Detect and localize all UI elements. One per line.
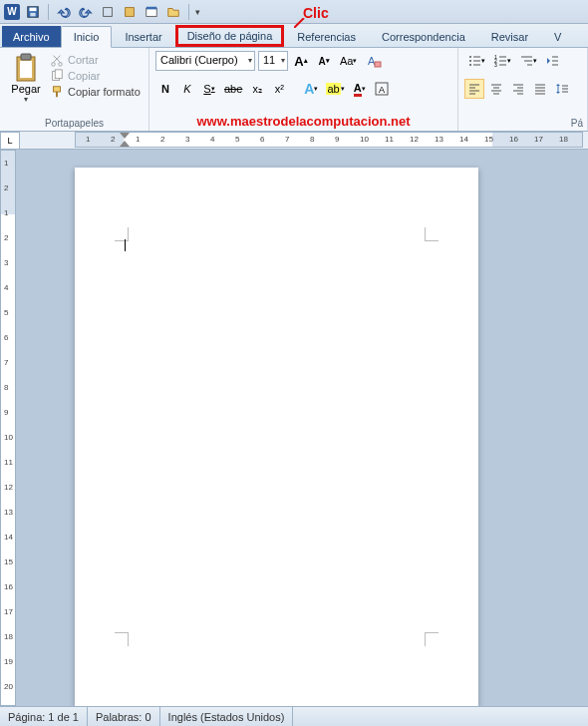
group-clipboard: Pegar ▾ Cortar Copiar Copiar formato Por… — [0, 48, 149, 131]
ruler-tick: 5 — [4, 308, 8, 317]
clear-format-button[interactable]: A — [363, 51, 385, 71]
grow-font-button[interactable]: A▴ — [291, 51, 311, 71]
ruler-tick: 7 — [285, 135, 289, 144]
qat-btn[interactable] — [121, 3, 139, 21]
ruler-tick: 2 — [160, 135, 164, 144]
svg-point-12 — [59, 63, 63, 67]
indent-marker[interactable] — [120, 141, 130, 147]
svg-line-7 — [294, 18, 304, 28]
document-page[interactable] — [75, 168, 478, 706]
line-spacing-button[interactable] — [552, 79, 572, 99]
svg-rect-4 — [126, 7, 135, 16]
tab-insert[interactable]: Insertar — [112, 26, 174, 47]
status-page[interactable]: Página: 1 de 1 — [0, 707, 88, 726]
svg-point-21 — [469, 56, 471, 58]
format-painter-button[interactable]: Copiar formato — [50, 85, 141, 99]
ruler-tick: 17 — [4, 607, 13, 616]
annotation-arrow — [294, 18, 306, 28]
cut-button[interactable]: Cortar — [50, 53, 141, 67]
margin-mark — [115, 632, 129, 646]
svg-point-25 — [469, 64, 471, 66]
ruler-tick: 7 — [4, 358, 8, 367]
open-icon[interactable] — [164, 3, 182, 21]
shrink-font-button[interactable]: A▾ — [314, 51, 334, 71]
ruler-tick: 8 — [310, 135, 314, 144]
tab-page-layout[interactable]: Diseño de página — [175, 25, 285, 47]
status-words[interactable]: Palabras: 0 — [88, 707, 160, 726]
ruler-tick: 15 — [484, 135, 493, 144]
svg-rect-2 — [30, 12, 35, 16]
copy-button[interactable]: Copiar — [50, 69, 141, 83]
highlight-button[interactable]: ab▾ — [323, 79, 347, 99]
undo-icon[interactable] — [55, 3, 73, 21]
superscript-button[interactable]: x² — [269, 79, 289, 99]
tab-file[interactable]: Archivo — [2, 26, 61, 47]
svg-rect-16 — [56, 92, 58, 97]
ruler-tick: 10 — [4, 433, 13, 442]
align-left-button[interactable] — [464, 79, 484, 99]
save-icon[interactable] — [24, 3, 42, 21]
align-right-button[interactable] — [508, 79, 528, 99]
justify-button[interactable] — [530, 79, 550, 99]
bold-button[interactable]: N — [155, 79, 175, 99]
qat-btn[interactable] — [143, 3, 160, 21]
group-paragraph: ▾ 123▾ ▾ Pá — [458, 48, 588, 131]
ruler-tick: 6 — [4, 333, 8, 342]
tab-selector[interactable]: L — [0, 132, 20, 150]
ruler-tick: 3 — [4, 258, 8, 267]
qat-dropdown-icon[interactable]: ▾ — [195, 7, 205, 17]
numbering-button[interactable]: 123▾ — [490, 51, 514, 71]
svg-point-11 — [52, 63, 56, 67]
ruler-tick: 6 — [260, 135, 264, 144]
font-name-select[interactable]: Calibri (Cuerpo)▾ — [155, 51, 255, 71]
ruler-tick: 16 — [509, 135, 518, 144]
underline-button[interactable]: S▾ — [199, 79, 219, 99]
ruler-tick: 3 — [185, 135, 189, 144]
tab-references[interactable]: Referencias — [284, 26, 369, 47]
ruler-tick: 14 — [459, 135, 468, 144]
vertical-ruler[interactable]: 1212345678910111213141516171819202122 — [0, 150, 16, 706]
tab-review[interactable]: Revisar — [478, 26, 541, 47]
ruler-tick: 11 — [4, 458, 13, 467]
ruler-tick: 10 — [360, 135, 369, 144]
ruler-tick: 18 — [4, 632, 13, 641]
tab-mail[interactable]: Correspondencia — [369, 26, 478, 47]
text-effects-button[interactable]: A▾ — [301, 79, 321, 99]
qat-btn[interactable] — [99, 3, 117, 21]
change-case-button[interactable]: Aa▾ — [337, 51, 360, 71]
tab-view[interactable]: V — [541, 26, 574, 47]
ruler-tick: 15 — [4, 557, 13, 566]
align-center-button[interactable] — [486, 79, 506, 99]
ruler-tick: 8 — [4, 383, 8, 392]
italic-button[interactable]: K — [177, 79, 197, 99]
paste-button[interactable]: Pegar ▾ — [6, 51, 46, 117]
ruler-tick: 1 — [136, 135, 140, 144]
strike-button[interactable]: abe — [221, 79, 245, 99]
decrease-indent-button[interactable] — [542, 51, 562, 71]
svg-text:A: A — [379, 85, 385, 95]
ruler-tick: 2 — [4, 183, 8, 192]
svg-rect-5 — [147, 8, 157, 16]
svg-rect-14 — [55, 70, 62, 79]
tab-home[interactable]: Inicio — [61, 26, 113, 48]
group-font: Calibri (Cuerpo)▾ 11▾ A▴ A▾ Aa▾ A N K S▾… — [149, 48, 458, 131]
ruler-tick: 12 — [410, 135, 419, 144]
subscript-button[interactable]: x₂ — [247, 79, 267, 99]
svg-rect-18 — [375, 62, 381, 67]
ruler-bar: L 12123456789101112131415161718 — [0, 132, 588, 150]
font-color-button[interactable]: A▾ — [350, 79, 370, 99]
ruler-tick: 12 — [4, 483, 13, 492]
status-bar: Página: 1 de 1 Palabras: 0 Inglés (Estad… — [0, 706, 588, 726]
indent-marker[interactable] — [120, 133, 130, 139]
horizontal-ruler[interactable]: 12123456789101112131415161718 — [75, 132, 583, 148]
svg-rect-15 — [54, 87, 61, 92]
redo-icon[interactable] — [77, 3, 95, 21]
font-size-select[interactable]: 11▾ — [258, 51, 288, 71]
ruler-tick: 19 — [4, 657, 13, 666]
bullets-button[interactable]: ▾ — [464, 51, 488, 71]
char-border-button[interactable]: A — [372, 79, 392, 99]
status-language[interactable]: Inglés (Estados Unidos) — [160, 707, 294, 726]
app-icon: W — [4, 4, 20, 20]
ruler-tick: 9 — [4, 408, 8, 417]
multilevel-button[interactable]: ▾ — [516, 51, 540, 71]
